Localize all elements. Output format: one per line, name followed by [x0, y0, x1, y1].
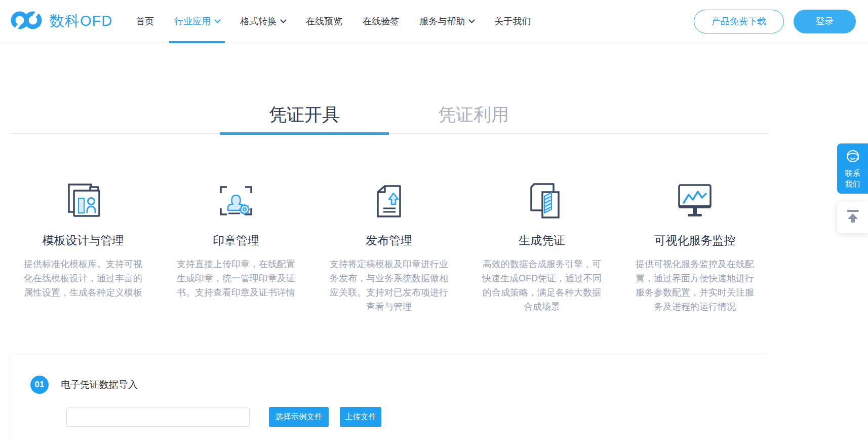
nav-label: 在线预览 [306, 15, 342, 27]
login-button[interactable]: 登录 [794, 10, 856, 33]
brand-name: 数科OFD [50, 11, 112, 31]
feature-title: 可视化服务监控 [618, 233, 771, 248]
chevron-down-icon [214, 17, 221, 23]
feature-title: 印章管理 [160, 233, 312, 248]
feature-card-publish-management: 发布管理 支持将定稿模板及印章进行业务发布，与业务系统数据做相应关联。支持对已发… [312, 182, 465, 314]
feature-description: 支持将定稿模板及印章进行业务发布，与业务系统数据做相应关联。支持对已发布项进行查… [328, 257, 450, 314]
feature-card-template-design: 模板设计与管理 提供标准化模板库。支持可视化在线模板设计，通过丰富的属性设置，生… [7, 182, 160, 314]
template-folder-icon [7, 182, 160, 219]
nav-label: 行业应用 [174, 15, 211, 27]
nav-label: 服务与帮助 [419, 15, 465, 27]
nav-item-home[interactable]: 首页 [126, 0, 164, 43]
document-upload-icon [312, 182, 465, 219]
tab-voucher-issue[interactable]: 凭证开具 [220, 103, 389, 133]
upload-file-button[interactable]: 上传文件 [340, 407, 381, 427]
nav-item-format-convert[interactable]: 格式转换 [230, 0, 296, 43]
headset-icon [845, 157, 861, 166]
nav-item-about-us[interactable]: 关于我们 [484, 0, 541, 43]
documents-stack-icon [465, 182, 618, 219]
feature-description: 支持直接上传印章，在线配置生成印章，统一管理印章及证书。支持查看印章及证书详情 [175, 257, 297, 300]
nav-item-online-verify[interactable]: 在线验签 [352, 0, 409, 43]
stamp-gear-icon [160, 182, 312, 219]
feature-card-stamp-management: 印章管理 支持直接上传印章，在线配置生成印章，统一管理印章及证书。支持查看印章及… [160, 182, 312, 314]
back-to-top-button[interactable] [837, 202, 868, 233]
infinity-logo-icon [11, 7, 43, 35]
monitor-chart-icon [618, 182, 771, 219]
file-path-input[interactable] [66, 408, 250, 427]
chevron-down-icon [280, 17, 287, 23]
step-title: 电子凭证数据导入 [61, 378, 138, 391]
nav-label: 首页 [136, 15, 154, 27]
feature-description: 提供标准化模板库。支持可视化在线模板设计，通过丰富的属性设置，生成各种定义模板 [22, 257, 144, 300]
nav-label: 在线验签 [363, 15, 399, 27]
chevron-down-icon [468, 17, 475, 23]
nav-label: 关于我们 [494, 15, 531, 27]
contact-us-widget[interactable]: 联系 我们 [837, 143, 868, 194]
tab-voucher-use[interactable]: 凭证利用 [389, 103, 558, 133]
step-number-badge: 01 [30, 376, 49, 394]
feature-cards: 模板设计与管理 提供标准化模板库。支持可视化在线模板设计，通过丰富的属性设置，生… [7, 182, 771, 314]
nav-item-online-preview[interactable]: 在线预览 [296, 0, 352, 43]
contact-label-line2: 我们 [837, 178, 868, 189]
feature-title: 生成凭证 [465, 233, 618, 248]
feature-title: 发布管理 [312, 233, 465, 248]
feature-description: 提供可视化服务监控及在线配置，通过界面方便快速地进行服务参数配置，并实时关注服务… [634, 257, 756, 314]
nav-item-service-help[interactable]: 服务与帮助 [409, 0, 484, 43]
nav-label: 格式转换 [240, 15, 277, 27]
feature-card-generate-voucher: 生成凭证 高效的数据合成服务引擎，可快速生成OFD凭证，通过不同的合成策略，满足… [465, 182, 618, 314]
voucher-data-import-panel: 01 电子凭证数据导入 选择示例文件 上传文件 [10, 353, 769, 440]
feature-description: 高效的数据合成服务引擎，可快速生成OFD凭证，通过不同的合成策略，满足各种大数据… [481, 257, 603, 314]
contact-label-line1: 联系 [837, 168, 868, 178]
header: 数科OFD 首页 行业应用 格式转换 在线预览 在线验签 服务与帮助 关于我们 … [0, 0, 868, 43]
nav-item-industry-apps[interactable]: 行业应用 [164, 0, 230, 43]
back-to-top-icon [845, 209, 860, 226]
feature-card-visual-monitoring: 可视化服务监控 提供可视化服务监控及在线配置，通过界面方便快速地进行服务参数配置… [618, 182, 771, 314]
feature-title: 模板设计与管理 [7, 233, 160, 248]
main-nav: 首页 行业应用 格式转换 在线预览 在线验签 服务与帮助 关于我们 [126, 0, 541, 43]
product-download-button[interactable]: 产品免费下载 [694, 10, 784, 33]
voucher-tabs: 凭证开具 凭证利用 [10, 103, 769, 134]
brand-logo[interactable]: 数科OFD [11, 0, 112, 43]
select-sample-file-button[interactable]: 选择示例文件 [269, 407, 329, 427]
